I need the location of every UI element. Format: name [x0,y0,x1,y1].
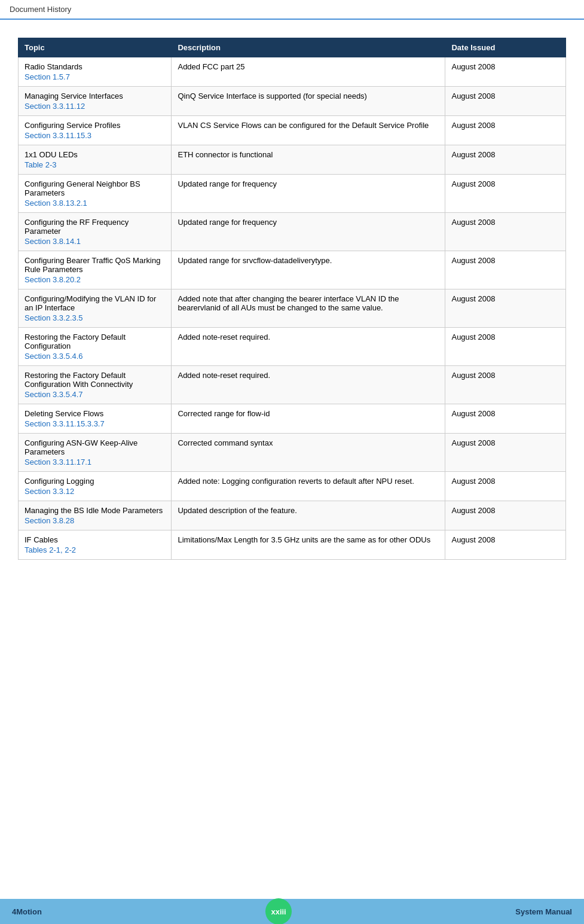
topic-link[interactable]: Section 3.8.28 [25,516,74,525]
table-cell-date: August 2008 [445,145,566,175]
topic-text: Configuring/Modifying the VLAN ID for an… [25,294,165,312]
page-header: Document History [0,0,584,20]
table-cell-description: Updated description of the feature. [172,501,445,530]
topic-link[interactable]: Section 1.5.7 [25,72,70,81]
table-cell-topic: Configuring LoggingSection 3.3.12 [19,472,172,501]
topic-link[interactable]: Section 3.3.5.4.7 [25,390,83,399]
table-cell-date: August 2008 [445,116,566,145]
topic-link[interactable]: Section 3.8.20.2 [25,275,81,284]
topic-text: Configuring Service Profiles [25,121,165,130]
table-row: IF CablesTables 2-1, 2-2Limitations/Max … [19,530,566,560]
footer-page-number: xxiii [265,898,292,924]
table-cell-topic: Restoring the Factory Default Configurat… [19,328,172,366]
table-row: Managing Service InterfacesSection 3.3.1… [19,87,566,116]
table-cell-description: Updated range for frequency [172,213,445,251]
topic-text: Restoring the Factory Default Configurat… [25,333,165,350]
topic-text: Configuring Bearer Traffic QoS Marking R… [25,256,165,274]
table-cell-topic: Configuring Bearer Traffic QoS Marking R… [19,251,172,289]
table-cell-description: Updated range for srvcflow-datadeliveryt… [172,251,445,289]
topic-link[interactable]: Section 3.3.5.4.6 [25,352,83,361]
document-history-table: Topic Description Date Issued Radio Stan… [18,38,566,560]
table-row: 1x1 ODU LEDsTable 2-3ETH connector is fu… [19,145,566,175]
table-cell-description: ETH connector is functional [172,145,445,175]
topic-text: Restoring the Factory Default Configurat… [25,371,165,389]
table-cell-date: August 2008 [445,434,566,472]
table-cell-description: Corrected command syntax [172,434,445,472]
topic-text: Radio Standards [25,62,165,71]
table-cell-topic: Configuring the RF Frequency ParameterSe… [19,213,172,251]
table-cell-topic: Configuring ASN-GW Keep-Alive Parameters… [19,434,172,472]
table-header-row: Topic Description Date Issued [19,38,566,57]
table-cell-date: August 2008 [445,57,566,87]
header-title: Document History [10,5,71,14]
topic-text: Deleting Service Flows [25,409,165,418]
table-cell-description: Added note-reset required. [172,366,445,404]
table-cell-description: Corrected range for flow-id [172,404,445,434]
table-cell-description: Limitations/Max Length for 3.5 GHz units… [172,530,445,560]
footer-right-text: System Manual [515,907,572,916]
topic-link[interactable]: Section 3.8.13.2.1 [25,199,87,208]
col-header-date: Date Issued [445,38,566,57]
table-row: Restoring the Factory Default Configurat… [19,366,566,404]
topic-link[interactable]: Section 3.3.12 [25,487,74,496]
table-row: Configuring Service ProfilesSection 3.3.… [19,116,566,145]
topic-link[interactable]: Table 2-3 [25,160,56,169]
table-row: Restoring the Factory Default Configurat… [19,328,566,366]
topic-link[interactable]: Section 3.3.11.12 [25,102,85,111]
topic-link[interactable]: Section 3.3.2.3.5 [25,313,83,322]
table-cell-topic: Managing Service InterfacesSection 3.3.1… [19,87,172,116]
table-cell-topic: Managing the BS Idle Mode ParametersSect… [19,501,172,530]
topic-text: Configuring Logging [25,477,165,486]
topic-text: IF Cables [25,535,165,544]
table-cell-date: August 2008 [445,175,566,213]
topic-text: 1x1 ODU LEDs [25,150,165,159]
main-content: Topic Description Date Issued Radio Stan… [0,20,584,572]
table-cell-topic: Radio StandardsSection 1.5.7 [19,57,172,87]
table-cell-date: August 2008 [445,289,566,328]
table-row: Radio StandardsSection 1.5.7Added FCC pa… [19,57,566,87]
topic-text: Configuring General Neighbor BS Paramete… [25,179,165,197]
table-cell-topic: Configuring/Modifying the VLAN ID for an… [19,289,172,328]
table-row: Configuring the RF Frequency ParameterSe… [19,213,566,251]
table-row: Deleting Service FlowsSection 3.3.11.15.… [19,404,566,434]
table-cell-description: Added FCC part 25 [172,57,445,87]
topic-link[interactable]: Section 3.3.11.15.3.3.7 [25,419,105,428]
table-cell-date: August 2008 [445,501,566,530]
topic-link[interactable]: Tables 2-1, 2-2 [25,545,76,554]
table-cell-topic: IF CablesTables 2-1, 2-2 [19,530,172,560]
table-cell-description: Updated range for frequency [172,175,445,213]
table-cell-date: August 2008 [445,213,566,251]
topic-text: Managing Service Interfaces [25,92,165,100]
topic-link[interactable]: Section 3.8.14.1 [25,237,81,246]
col-header-topic: Topic [19,38,172,57]
table-cell-description: QinQ Service Interface is supported (for… [172,87,445,116]
topic-link[interactable]: Section 3.3.11.17.1 [25,458,91,466]
table-row: Managing the BS Idle Mode ParametersSect… [19,501,566,530]
topic-text: Configuring the RF Frequency Parameter [25,218,165,236]
topic-text: Managing the BS Idle Mode Parameters [25,506,165,515]
footer-left-text: 4Motion [12,907,42,916]
table-cell-description: VLAN CS Service Flows can be configured … [172,116,445,145]
topic-link[interactable]: Section 3.3.11.15.3 [25,131,91,140]
table-cell-topic: Restoring the Factory Default Configurat… [19,366,172,404]
table-cell-topic: Configuring General Neighbor BS Paramete… [19,175,172,213]
table-cell-description: Added note that after changing the beare… [172,289,445,328]
topic-text: Configuring ASN-GW Keep-Alive Parameters [25,438,165,456]
table-cell-topic: Configuring Service ProfilesSection 3.3.… [19,116,172,145]
table-cell-date: August 2008 [445,366,566,404]
table-cell-description: Added note: Logging configuration revert… [172,472,445,501]
table-row: Configuring ASN-GW Keep-Alive Parameters… [19,434,566,472]
table-row: Configuring/Modifying the VLAN ID for an… [19,289,566,328]
table-cell-topic: 1x1 ODU LEDsTable 2-3 [19,145,172,175]
table-row: Configuring LoggingSection 3.3.12Added n… [19,472,566,501]
table-cell-description: Added note-reset required. [172,328,445,366]
col-header-description: Description [172,38,445,57]
table-cell-date: August 2008 [445,328,566,366]
table-cell-date: August 2008 [445,87,566,116]
page-footer: 4Motion xxiii System Manual [0,899,584,924]
table-row: Configuring General Neighbor BS Paramete… [19,175,566,213]
table-cell-date: August 2008 [445,251,566,289]
table-cell-date: August 2008 [445,530,566,560]
table-row: Configuring Bearer Traffic QoS Marking R… [19,251,566,289]
table-cell-date: August 2008 [445,472,566,501]
